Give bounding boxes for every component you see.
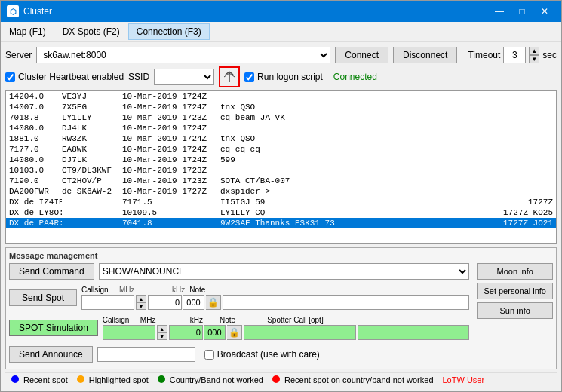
- spotter-input[interactable]: [358, 325, 470, 340]
- freq-input-1[interactable]: [148, 295, 182, 310]
- log-row[interactable]: 7018.8 LY1LLY 10-Mar-2019 1723Z cq beam …: [6, 112, 556, 123]
- log-row[interactable]: 14080.0 DJ7LK 10-Mar-2019 1724Z 599: [6, 155, 556, 165]
- log-freq: 7018.8: [9, 113, 62, 122]
- dot-blue: [11, 375, 19, 383]
- khz-input-1[interactable]: [183, 295, 204, 310]
- announce-input[interactable]: [97, 347, 195, 362]
- log-row[interactable]: DA200FWR de SK6AW-2 10-Mar-2019 1727Z dx…: [6, 186, 556, 197]
- note-input-2[interactable]: [244, 325, 356, 340]
- send-command-row: Send Command SHOW/ANNOUNCE: [9, 263, 469, 280]
- spotter-label: Spotter Call [opt]: [267, 316, 323, 324]
- lock-button-1[interactable]: 🔒: [206, 295, 221, 310]
- broadcast-label[interactable]: Broadcast (use with care): [204, 349, 320, 360]
- freq-down-2[interactable]: ▼: [157, 332, 167, 340]
- log-freq: 7177.0: [9, 145, 62, 154]
- sun-info-button[interactable]: Sun info: [477, 302, 553, 319]
- callsign-label-1: Callsign: [81, 286, 118, 294]
- log-row[interactable]: 14007.0 7X5FG 10-Mar-2019 1724Z tnx QSO: [6, 102, 556, 112]
- log-comment: [220, 124, 478, 133]
- khz-input-2[interactable]: [204, 325, 226, 340]
- send-announce-button[interactable]: Send Announce: [9, 346, 93, 363]
- freq-down-1[interactable]: ▼: [136, 302, 146, 310]
- menu-map[interactable]: Map (F1): [1, 23, 54, 40]
- callsign-input-2[interactable]: [103, 325, 155, 340]
- message-section: Message management Send Command SHOW/ANN…: [5, 247, 557, 369]
- log-comment: LY1LLY CQ: [220, 208, 478, 217]
- log-row[interactable]: 10103.0 CT9/DL3KWF 10-Mar-2019 1723Z: [6, 165, 556, 176]
- log-spotter: [478, 124, 553, 133]
- menu-connection[interactable]: Connection (F3): [128, 23, 210, 40]
- note-label-1: Note: [189, 286, 205, 294]
- log-row[interactable]: DX de LY8O: 10109.5 LY1LLY CQ 1727Z KO25: [6, 207, 556, 218]
- close-button[interactable]: ✕: [534, 4, 555, 19]
- connected-status: Connected: [333, 72, 377, 82]
- message-title: Message management: [9, 251, 553, 260]
- send-spot-button[interactable]: Send Spot: [9, 289, 77, 306]
- heartbeat-row: Cluster Heartbeat enabled SSID Run logon…: [5, 66, 557, 87]
- log-call: CT2HOV/P: [62, 176, 122, 185]
- minimize-button[interactable]: —: [489, 4, 510, 19]
- broadcast-text: Broadcast (use with care): [217, 349, 320, 360]
- freq-spinner-2: ▲ ▼: [157, 325, 167, 340]
- freq-up-1[interactable]: ▲: [136, 295, 146, 302]
- lock-button-2[interactable]: 🔒: [227, 325, 242, 340]
- log-comment: cq cq cq: [220, 145, 478, 154]
- log-spotter: [478, 134, 553, 143]
- log-row[interactable]: 1881.0 RW3ZK 10-Mar-2019 1724Z tnx QSO: [6, 133, 556, 144]
- server-row: Server sk6aw.net:8000 Connect Disconnect…: [5, 47, 557, 63]
- log-call: RW3ZK: [62, 134, 122, 143]
- send-command-button[interactable]: Send Command: [9, 263, 94, 280]
- menu-bar: Map (F1) DX Spots (F2) Connection (F3): [1, 22, 561, 42]
- log-date: 10-Mar-2019 1723Z: [122, 166, 220, 175]
- timeout-input[interactable]: [503, 47, 526, 63]
- note-input-1[interactable]: [223, 295, 469, 310]
- log-row[interactable]: 14080.0 DJ4LK 10-Mar-2019 1724Z: [6, 123, 556, 133]
- broadcast-checkbox[interactable]: [204, 350, 214, 360]
- log-comment: 599: [220, 155, 478, 164]
- command-select[interactable]: SHOW/ANNOUNCE: [99, 263, 470, 280]
- disconnect-button[interactable]: Disconnect: [393, 47, 457, 63]
- freq-up-2[interactable]: ▲: [157, 325, 167, 332]
- connect-button[interactable]: Connect: [335, 47, 388, 63]
- log-row[interactable]: DX de IZ4IPJ: 7171.5 II5IGJ 59 1727Z: [6, 197, 556, 207]
- khz-label-2: kHz: [190, 316, 203, 324]
- log-spotter: 1727Z: [478, 198, 553, 207]
- message-left: Send Command SHOW/ANNOUNCE Send Spot Cal…: [9, 263, 469, 366]
- log-comment: II5IGJ 59: [220, 198, 478, 207]
- log-row[interactable]: 7177.0 EA8WK 10-Mar-2019 1724Z cq cq cq: [6, 144, 556, 155]
- status-recent-spot: Recent spot: [11, 375, 68, 384]
- moon-info-button[interactable]: Moon info: [477, 263, 553, 280]
- log-freq: 14204.0: [9, 92, 62, 101]
- log-row[interactable]: DX de PA4R: 7041.8 9W2SAF Thannks PSK31 …: [6, 218, 556, 228]
- log-date: 10-Mar-2019 1724Z: [122, 145, 220, 154]
- log-row[interactable]: 7190.0 CT2HOV/P 10-Mar-2019 1723Z SOTA C…: [6, 176, 556, 186]
- lotw-label: LoTW User: [443, 375, 485, 384]
- antenna-button[interactable]: [219, 66, 240, 87]
- heartbeat-checkbox[interactable]: [5, 72, 15, 82]
- timeout-row: Timeout ▲ ▼ sec: [468, 47, 557, 63]
- window-title: Cluster: [23, 6, 52, 17]
- log-date: 10-Mar-2019 1727Z: [122, 187, 220, 196]
- set-personal-info-button[interactable]: Set personal info: [477, 283, 553, 299]
- ssid-select[interactable]: [154, 69, 214, 85]
- antenna-icon: [223, 70, 236, 84]
- status-country-band: Country/Band not worked: [158, 375, 263, 384]
- log-area[interactable]: 14204.0 VE3YJ 10-Mar-2019 1724Z 14007.0 …: [5, 90, 557, 244]
- spot-simulation-button[interactable]: SPOT Simulation: [9, 320, 98, 336]
- log-spotter: [478, 92, 553, 101]
- callsign-input-1[interactable]: [81, 295, 134, 310]
- log-spotter: [478, 103, 553, 112]
- freq-input-2[interactable]: [169, 325, 203, 340]
- log-call: EA8WK: [62, 145, 122, 154]
- log-row[interactable]: 14204.0 VE3YJ 10-Mar-2019 1724Z: [6, 91, 556, 102]
- server-select[interactable]: sk6aw.net:8000: [36, 47, 330, 63]
- timeout-down[interactable]: ▼: [529, 55, 539, 63]
- menu-dxspots[interactable]: DX Spots (F2): [54, 23, 128, 40]
- recent-spot-label: Recent spot: [23, 375, 68, 384]
- heartbeat-checkbox-label[interactable]: Cluster Heartbeat enabled: [5, 72, 124, 82]
- log-spotter: [478, 113, 553, 122]
- run-logon-checkbox[interactable]: [244, 72, 254, 82]
- timeout-up[interactable]: ▲: [529, 47, 539, 55]
- run-logon-label[interactable]: Run logon script: [244, 72, 323, 82]
- maximize-button[interactable]: □: [511, 4, 533, 19]
